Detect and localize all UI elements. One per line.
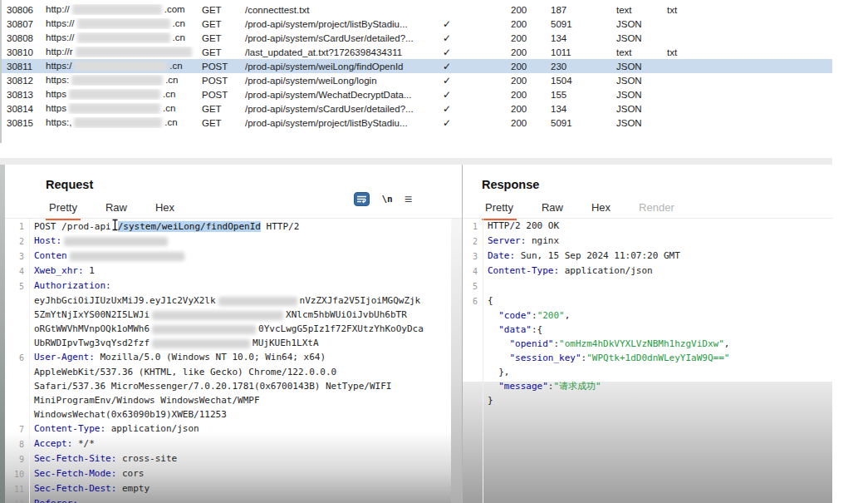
code-segment: Safari/537.36 MicroMessenger/7.0.20.1781… <box>34 381 391 392</box>
host-scheme: https <box>46 89 66 99</box>
code-line: 9Sec-Fetch-Site: cross-site <box>5 451 462 466</box>
code-segment: 1 <box>84 265 95 276</box>
code-segment: Sun, 15 Sep 2024 11:07:20 GMT <box>515 250 680 261</box>
table-row[interactable]: 30814https.cnGET/prod-api/system/sCardUs… <box>2 101 832 116</box>
code-segment: "openid" <box>510 338 554 349</box>
line-number: 5 <box>5 279 29 293</box>
code-segment: POST /prod-api <box>34 221 111 232</box>
code-line: 4Content-Type: application/json <box>463 264 832 279</box>
line-text: Xweb_xhr: 1 <box>29 264 95 279</box>
code-segment: Authorization: <box>34 280 111 291</box>
code-segment: : <box>532 310 537 321</box>
redacted-blur <box>152 325 256 334</box>
line-number: 8 <box>5 436 29 451</box>
table-row[interactable]: 30812https:.cnPOST/prod-api/system/weiLo… <box>2 73 832 87</box>
redacted-blur <box>70 252 184 261</box>
code-segment: oRGtWWVhMVnpOQk1oMWh6 <box>34 323 150 334</box>
line-text: "openid":"omHzm4hDkVYXLVzNBMh1hzgViDxw", <box>483 337 729 351</box>
code-line: 8Accept: */* <box>5 436 462 451</box>
host-scheme: https:// <box>46 18 75 28</box>
line-number: 6 <box>5 350 29 365</box>
table-row[interactable]: 30807https://.cnGET/prod-api/system/proj… <box>2 17 832 31</box>
code-line: 6{ <box>463 293 832 308</box>
history-table[interactable]: 30806http://.comGET/connecttest.txt20018… <box>0 0 832 143</box>
code-line: }, <box>463 365 832 379</box>
line-text: Host: <box>29 234 170 249</box>
cell-id: 30808 <box>2 33 46 43</box>
code-segment: Sec-Fetch-Mode: <box>34 468 116 479</box>
line-text <box>483 279 488 293</box>
redacted-blur <box>74 117 162 128</box>
line-text: eyJhbGciOiJIUzUxMiJ9.eyJ1c2VyX2lknVzZXJf… <box>29 293 420 308</box>
cell-id: 30813 <box>2 90 46 100</box>
line-text: "data":{ <box>483 323 542 337</box>
code-segment: , <box>724 338 730 349</box>
host-scheme: http://r <box>46 47 73 57</box>
code-line: AppleWebKit/537.36 (KHTML, like Gecko) C… <box>5 365 462 379</box>
line-number <box>5 393 29 407</box>
table-row[interactable]: 30806http://.comGET/connecttest.txt20018… <box>2 2 832 17</box>
table-row[interactable]: 30811https:/.cnPOST/prod-api/system/weiL… <box>2 59 832 73</box>
editor-menu-button[interactable]: ≡ <box>405 194 412 205</box>
tab-raw[interactable]: Raw <box>102 199 130 218</box>
line-number <box>463 308 483 323</box>
newline-toggle-button[interactable]: \n <box>381 194 392 205</box>
code-segment: cross-site <box>116 453 177 464</box>
host-suffix: .cn <box>164 117 177 127</box>
code-line: 2Server: nginx <box>463 234 832 249</box>
redacted-blur <box>74 61 167 72</box>
cell-host: https:/.cn <box>46 61 202 72</box>
code-segment: AppleWebKit/537.36 (KHTML, like Gecko) C… <box>34 367 336 377</box>
tls-check-icon: ✓ <box>443 75 511 86</box>
tab-hex[interactable]: Hex <box>588 199 614 218</box>
cell-host: https.cn <box>46 89 202 100</box>
host-scheme: https:/ <box>46 61 71 71</box>
tls-check-icon: ✓ <box>443 61 511 72</box>
line-number <box>5 308 29 322</box>
code-segment: "200" <box>537 310 565 321</box>
table-row[interactable]: 30810http://rGET/last_updated_at.txt?172… <box>2 45 832 59</box>
cell-length: 187 <box>551 5 616 15</box>
tab-raw[interactable]: Raw <box>538 199 566 218</box>
request-tabs: PrettyRawHex <box>46 199 199 217</box>
code-segment: */* <box>72 438 95 449</box>
cell-mime: JSON <box>616 33 667 43</box>
line-number <box>5 322 29 336</box>
response-panel: Response PrettyRawHexRender 1HTTP/2 200 … <box>463 165 832 503</box>
tab-hex[interactable]: Hex <box>152 199 178 218</box>
line-number: 7 <box>5 422 29 436</box>
cell-host: https:,.cn <box>46 117 202 128</box>
code-segment <box>488 310 498 321</box>
cell-host: http://.com <box>46 4 202 15</box>
code-line: 5 <box>463 279 832 293</box>
code-line: oRGtWWVhMVnpOQk1oMWh60YvcLwgG5pIz1f72FXU… <box>5 322 462 336</box>
code-segment: Mozilla/5.0 (Windows NT 10.0; Win64; x64… <box>95 352 326 362</box>
code-line: "code":"200", <box>463 308 832 323</box>
code-line: 4Xweb_xhr: 1 <box>5 264 462 279</box>
table-row[interactable]: 30808https://.cnGET/prod-api/system/sCar… <box>2 31 832 45</box>
wrap-toggle-button[interactable] <box>354 192 370 206</box>
wrap-icon <box>354 195 370 209</box>
cell-url: /prod-api/system/sCardUser/detailed?... <box>245 33 443 43</box>
cell-host: http://r <box>46 47 202 57</box>
code-line: "data":{ <box>463 323 832 337</box>
code-segment: Accept: <box>34 438 72 449</box>
request-editor[interactable]: 1POST /prod-api/system/weiLong/findOpenI… <box>5 219 462 503</box>
line-text: Sec-Fetch-Site: cross-site <box>29 451 177 466</box>
table-row[interactable]: 30813https.cnPOST/prod-api/system/Wechat… <box>2 87 832 101</box>
tls-check-icon: ✓ <box>443 47 511 58</box>
host-scheme: http:// <box>46 4 70 14</box>
code-line: 2Host: <box>5 234 462 249</box>
code-segment: Conten <box>34 250 67 261</box>
line-number: 3 <box>5 249 29 264</box>
response-editor[interactable]: 1HTTP/2 200 OK2Server: nginx3Date: Sun, … <box>463 219 832 503</box>
tab-render[interactable]: Render <box>635 199 678 218</box>
redacted-blur <box>76 47 192 57</box>
line-text: HTTP/2 200 OK <box>483 219 559 234</box>
table-row[interactable]: 30815https:,.cnGET/prod-api/system/proje… <box>2 116 832 130</box>
code-segment: "data" <box>498 324 532 335</box>
line-number: 3 <box>463 249 483 264</box>
code-segment: cors <box>116 468 144 479</box>
line-text: POST /prod-api/system/weiLong/findOpenId… <box>29 219 299 234</box>
cell-status: 200 <box>511 47 551 57</box>
